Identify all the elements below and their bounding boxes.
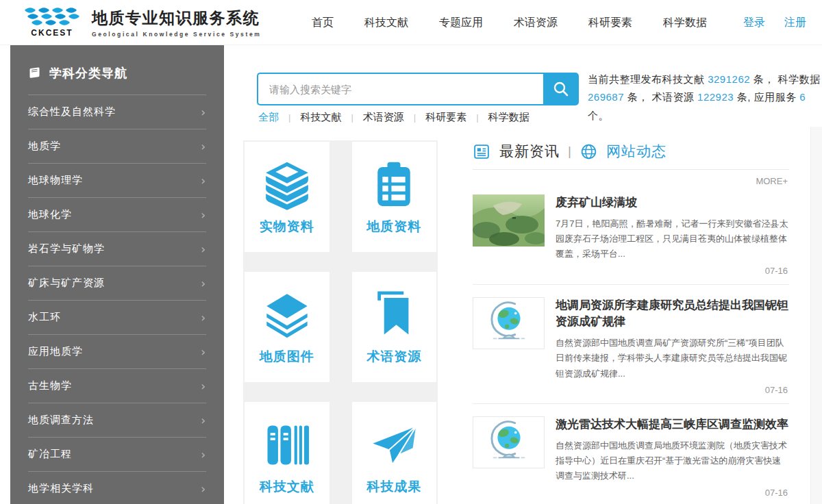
chevron-right-icon: › [201,414,206,427]
login-link[interactable]: 登录 [743,16,765,30]
news-item[interactable]: 地调局资源所李建康研究员总结提出我国铌钽资源成矿规律 自然资源部中国地质调查局矿… [473,297,789,381]
sidebar-item[interactable]: 水工环 › [28,300,206,334]
platform-stats: 当前共整理发布科技文献 3291262 条， 科学数据269687 条， 术语资… [588,71,821,125]
news-tab-separator: | [568,144,571,159]
page-scrollbar-track[interactable] [810,127,822,504]
tab-site-news[interactable]: 网站动态 [606,142,667,161]
search-input[interactable] [257,73,543,105]
sidebar-item[interactable]: 应用地质学 › [28,334,206,368]
sidebar-item-label: 应用地质学 [28,345,83,358]
auth-links: 登录 注册 [743,16,822,30]
chevron-right-icon: › [201,208,206,222]
sidebar-item[interactable]: 地质学 › [28,129,206,163]
globe-illustration [473,417,544,468]
sidebar-title: 学科分类导航 [49,65,127,81]
news-thumbnail-globe [473,416,545,468]
books-stack-icon [261,159,313,211]
nav-item[interactable]: 科学数据 [663,16,707,30]
globe-illustration [473,298,544,349]
news-panel: 最新资讯 | 网站动态 MORE+ [473,142,789,504]
card-label: 地质资料 [366,218,421,236]
register-link[interactable]: 注册 [784,16,806,30]
chevron-right-icon: › [201,174,206,188]
sidebar-item[interactable]: 综合性及自然科学 › [28,94,206,129]
paper-plane-icon [368,419,420,471]
news-date: 07-16 [473,381,789,403]
sidebar-item[interactable]: 地学相关学科 › [28,471,206,504]
logo-fish-scale-icon [22,6,82,28]
tab-latest-news[interactable]: 最新资讯 [499,142,560,161]
sidebar-item-label: 岩石学与矿物学 [28,242,105,255]
sidebar-item-label: 地球物理学 [28,174,83,187]
card-terminology[interactable]: 术语资源 [352,272,437,382]
sidebar-item[interactable]: 矿冶工程 › [28,437,206,471]
sidebar-item-label: 地学相关学科 [28,482,94,495]
stat-number: 269687 [588,91,624,103]
news-title[interactable]: 激光雷达技术大幅提高三峡库区调查监测效率 [556,416,789,433]
news-desc: 自然资源部中国地质调查局地质环境监测院（地质灾害技术指导中心）近日在重庆召开“基… [556,438,789,484]
nav-item[interactable]: 专题应用 [439,16,483,30]
news-item-body: 废弃矿山绿满坡 7月7日，艳阳高照，酷暑难耐，记者一行来到安徽省泾县太园废弃石子… [556,194,789,262]
chevron-right-icon: › [201,448,206,462]
bookmark-icon [368,289,420,341]
stat-text: 条， 术语资源 [624,91,697,103]
card-geological-data[interactable]: 地质资料 [352,142,437,252]
news-block: 地调局资源所李建康研究员总结提出我国铌钽资源成矿规律 自然资源部中国地质调查局矿… [473,297,789,404]
news-thumbnail-globe [473,297,545,349]
search-scope-tab[interactable]: 科学数据 [466,111,529,124]
news-title[interactable]: 地调局资源所李建康研究员总结提出我国铌钽资源成矿规律 [556,297,789,331]
sidebar-item[interactable]: 矿床与矿产资源 › [28,266,206,300]
stat-text: 条, 应用服务 [734,91,799,103]
search-scope-tabs: 全部 科技文献 术语资源 科研要素 科学数据 [258,111,530,124]
chevron-right-icon: › [201,140,206,153]
card-literature[interactable]: 科技文献 [245,402,329,504]
clipboard-icon [368,159,420,211]
sidebar-item[interactable]: 岩石学与矿物学 › [28,231,206,266]
card-label: 术语资源 [366,348,421,366]
stat-text: 个。 [588,110,609,121]
more-link[interactable]: MORE+ [473,170,789,194]
search-scope-tab[interactable]: 全部 [258,111,279,124]
search-scope-tab[interactable]: 科研要素 [404,111,466,124]
news-block: 激光雷达技术大幅提高三峡库区调查监测效率 自然资源部中国地质调查局地质环境监测院… [473,416,789,504]
newspaper-icon [473,142,491,161]
card-label: 科技文献 [260,478,314,496]
sidebar-item[interactable]: 地球化学 › [28,197,206,231]
sidebar-item-label: 地质调查方法 [28,414,94,427]
search-icon [552,80,570,98]
news-item[interactable]: 废弃矿山绿满坡 7月7日，艳阳高照，酷暑难耐，记者一行来到安徽省泾县太园废弃石子… [473,194,789,262]
stat-text: 条， 科学数据 [750,73,820,85]
search-button[interactable] [543,73,579,105]
site-title: 地质专业知识服务系统 [92,9,261,28]
chevron-right-icon: › [201,105,206,119]
search-scope-tab[interactable]: 术语资源 [341,111,403,124]
chevron-right-icon: › [201,311,206,325]
nav-item[interactable]: 科研要素 [588,16,632,30]
search-scope-tab[interactable]: 科技文献 [279,111,341,124]
card-physical-data[interactable]: 实物资料 [245,142,329,252]
news-title[interactable]: 废弃矿山绿满坡 [556,194,789,212]
brand-text: 地质专业知识服务系统 Geological Knowledge Service … [92,5,261,38]
logo: CKCEST [21,5,84,38]
sidebar-header: 学科分类导航 [28,45,206,94]
book-icon [28,66,42,80]
sidebar-item-label: 古生物学 [28,379,72,392]
chevron-right-icon: › [201,379,206,393]
chevron-right-icon: › [201,482,206,496]
card-geological-maps[interactable]: 地质图件 [245,272,329,382]
sidebar-item-label: 水工环 [28,311,61,324]
chevron-right-icon: › [201,242,206,256]
news-item[interactable]: 激光雷达技术大幅提高三峡库区调查监测效率 自然资源部中国地质调查局地质环境监测院… [473,416,789,484]
sidebar-item[interactable]: 地球物理学 › [28,163,206,197]
news-header: 最新资讯 | 网站动态 [473,142,789,170]
nav-item[interactable]: 术语资源 [514,16,558,30]
nav-item[interactable]: 科技文献 [364,16,408,30]
news-block: 废弃矿山绿满坡 7月7日，艳阳高照，酷暑难耐，记者一行来到安徽省泾县太园废弃石子… [473,194,789,285]
sidebar-item[interactable]: 古生物学 › [28,368,206,403]
sidebar-item[interactable]: 地质调查方法 › [28,403,206,437]
nav-item[interactable]: 首页 [312,16,334,30]
layers-icon [261,289,313,341]
card-achievements[interactable]: 科技成果 [352,402,437,504]
news-item-body: 激光雷达技术大幅提高三峡库区调查监测效率 自然资源部中国地质调查局地质环境监测院… [556,416,789,484]
landscape-photo [473,194,545,247]
